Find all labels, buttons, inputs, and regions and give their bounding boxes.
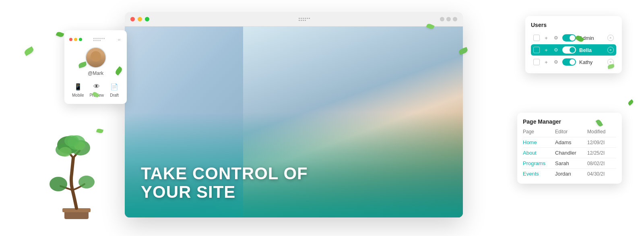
user-add-icon-bella[interactable]: + [543,47,549,53]
titlebar-grip [299,18,311,21]
col-header-page: Page [523,129,555,135]
window-minimize-dot[interactable] [138,17,142,21]
pm-date-programs: 08/02/2I [587,161,619,166]
pm-row-about: About Chandler 12/25/2I [523,147,616,158]
pm-date-events: 04/30/2I [587,171,619,177]
svg-point-8 [59,147,72,157]
pm-editor-programs: Sarah [555,160,587,166]
pm-date-home: 12/09/2I [587,140,619,145]
user-gear-icon-kathy[interactable]: ⚙ [553,59,559,65]
draft-icon: 📄 [109,82,119,91]
svg-point-7 [78,176,95,188]
pm-editor-events: Jordan [555,171,587,177]
user-row-bella[interactable]: + ⚙ Bella × [531,44,616,56]
panel-max-dot[interactable] [79,38,82,41]
panel-dots [69,38,82,41]
mobile-label: Mobile [72,93,84,97]
svg-point-10 [64,135,79,147]
page-manager-header: Page Editor Modified [523,129,616,135]
right-dot-3 [453,17,457,21]
user-name-kathy: Kathy [579,59,604,65]
pm-row-home: Home Adams 12/09/2I [523,137,616,147]
right-dot-1 [440,17,444,21]
pm-editor-about: Chandler [555,150,587,156]
user-gear-icon-admin[interactable]: ⚙ [553,35,559,41]
floating-leaf-12 [96,128,103,134]
user-toggle-knob-kathy [570,59,575,65]
bonsai-tree [36,134,117,224]
pm-page-about[interactable]: About [523,150,555,156]
user-row-kathy[interactable]: + ⚙ Kathy × [531,56,616,68]
user-checkbox-admin[interactable] [533,35,540,41]
right-dot-2 [446,17,451,21]
svg-point-6 [50,177,67,191]
browser-right-controls [440,17,457,21]
bonsai-svg [36,134,117,222]
panel-collapse-icon[interactable]: ‹‹ [116,37,122,42]
mobile-icon: 📱 [73,82,83,91]
hero-title-line1: TAKE CONTROL OF [141,164,308,183]
pm-page-events[interactable]: Events [523,171,555,177]
user-toggle-knob-admin [570,35,575,41]
user-toggle-knob-bella [570,47,575,53]
mobile-action[interactable]: 📱 Mobile [72,82,84,97]
hero-title-line2: YOUR SITE [141,183,308,201]
page-manager-panel: Page Manager Page Editor Modified Home A… [517,113,622,184]
draft-label: Draft [110,93,119,97]
user-name-bella: Bella [579,47,604,53]
col-header-editor: Editor [555,129,587,135]
pm-page-programs[interactable]: Programs [523,160,555,166]
user-close-bella[interactable]: × [607,47,614,53]
panel-min-dot[interactable] [74,38,77,41]
user-toggle-kathy[interactable] [562,58,576,66]
browser-content: ↩ B I ≡ ≡ ≡ ☰ ☰ 🔗 ⊞ Formats ▾ [125,27,463,217]
user-add-icon-admin[interactable]: + [543,35,549,41]
user-checkbox-kathy[interactable] [533,59,540,65]
profile-username: @Mark [69,70,122,76]
pm-page-home[interactable]: Home [523,139,555,145]
panel-close-dot[interactable] [69,38,72,41]
col-header-modified: Modified [587,129,619,135]
pm-date-about: 12/25/2I [587,150,619,156]
avatar-image [86,48,105,67]
user-gear-icon-bella[interactable]: ⚙ [553,47,559,53]
pm-editor-home: Adams [555,139,587,145]
floating-leaf-1 [23,46,35,56]
floating-leaf-2 [56,31,64,37]
window-maximize-dot[interactable] [145,17,149,21]
floating-leaf-11 [627,99,634,106]
user-toggle-bella[interactable] [562,46,576,54]
user-toggle-admin[interactable] [562,34,576,41]
user-checkbox-bella[interactable] [533,47,540,53]
profile-panel-titlebar: ‹‹ [69,37,122,42]
hero-text-block: TAKE CONTROL OF YOUR SITE [141,164,308,201]
user-add-icon-kathy[interactable]: + [543,59,549,65]
window-close-dot[interactable] [130,17,135,21]
avatar [85,47,106,68]
browser-titlebar [125,12,463,27]
preview-icon: 👁 [92,82,101,91]
draft-action[interactable]: 📄 Draft [109,82,119,97]
hero-image: TAKE CONTROL OF YOUR SITE [125,27,463,217]
users-panel-title: Users [531,22,616,28]
pm-row-events: Events Jordan 04/30/2I [523,168,616,179]
browser-window: ↩ B I ≡ ≡ ≡ ☰ ☰ 🔗 ⊞ Formats ▾ [125,12,463,217]
avatar-head [91,51,101,62]
user-close-admin[interactable]: × [607,35,614,41]
panel-grip-area [93,38,105,41]
pm-row-programs: Programs Sarah 08/02/2I [523,158,616,168]
user-row-admin[interactable]: + ⚙ Admin × [531,32,616,43]
